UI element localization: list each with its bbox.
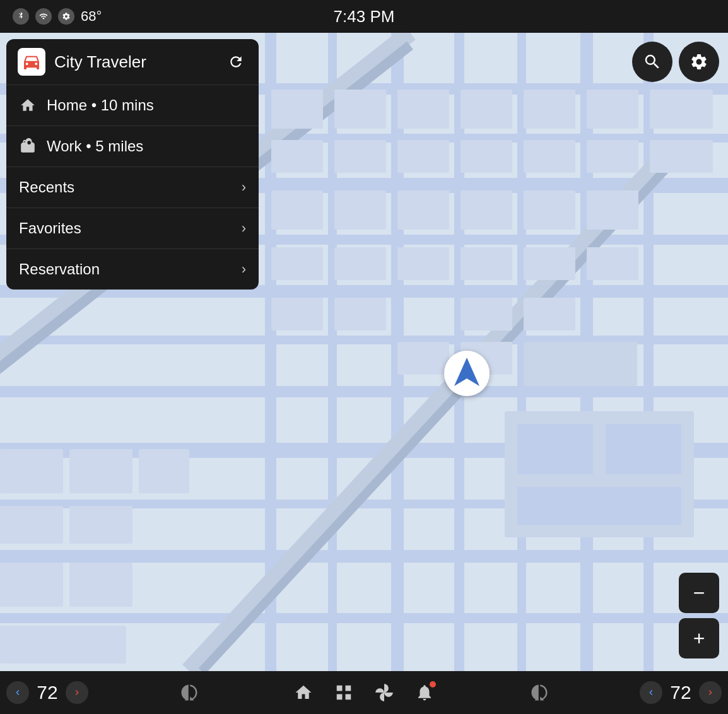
svg-rect-34 [524, 140, 575, 173]
svg-rect-37 [271, 190, 323, 230]
svg-rect-53 [397, 342, 449, 375]
svg-rect-64 [69, 506, 132, 544]
right-heat-icon[interactable] [525, 679, 553, 706]
nav-header: City Traveler [6, 39, 259, 85]
left-temp-control: 72 [6, 681, 88, 704]
svg-rect-36 [650, 140, 713, 173]
svg-rect-33 [461, 140, 512, 173]
svg-rect-48 [587, 247, 638, 280]
svg-rect-24 [334, 90, 386, 129]
recents-arrow: › [242, 179, 246, 196]
svg-rect-40 [461, 190, 512, 230]
work-item[interactable]: Work • 5 miles [6, 126, 259, 167]
svg-rect-39 [397, 190, 449, 230]
svg-rect-67 [0, 626, 126, 664]
bluetooth-icon [13, 8, 29, 25]
signal-icon [35, 8, 52, 25]
svg-rect-44 [334, 247, 386, 280]
svg-rect-45 [397, 247, 449, 280]
reservation-arrow: › [242, 261, 246, 278]
svg-rect-43 [271, 247, 323, 280]
svg-rect-50 [334, 298, 386, 331]
svg-rect-25 [397, 90, 449, 129]
svg-rect-47 [524, 247, 575, 280]
status-time: 7:43 PM [334, 7, 395, 26]
svg-rect-42 [587, 190, 638, 230]
svg-rect-61 [69, 449, 132, 493]
left-temp-decrease-button[interactable] [6, 681, 29, 704]
right-temp-increase-button[interactable] [699, 681, 722, 704]
left-heat-icon[interactable] [175, 679, 203, 706]
svg-rect-10 [0, 550, 728, 563]
svg-rect-65 [0, 563, 63, 607]
work-icon [19, 138, 37, 155]
search-button[interactable] [632, 42, 672, 82]
svg-rect-35 [587, 140, 638, 173]
right-temperature: 72 [665, 682, 696, 703]
top-right-buttons [632, 42, 719, 82]
fan-button[interactable] [370, 679, 398, 706]
left-temperature: 72 [32, 682, 63, 703]
favorites-arrow: › [242, 220, 246, 237]
home-nav-button[interactable] [290, 679, 317, 706]
svg-rect-52 [524, 298, 575, 331]
right-temp-control: 72 [640, 681, 722, 704]
zoom-controls: − + [679, 573, 719, 658]
svg-rect-46 [461, 247, 512, 280]
svg-rect-27 [524, 90, 575, 129]
nav-panel: City Traveler Home • 10 mins Work • 5 [6, 39, 259, 290]
svg-rect-59 [517, 487, 681, 525]
status-temperature: 68° [81, 8, 102, 25]
home-icon [19, 97, 37, 114]
svg-rect-28 [587, 90, 638, 129]
svg-rect-32 [397, 140, 449, 173]
notification-button[interactable] [411, 679, 438, 706]
settings-status-icon[interactable] [58, 8, 74, 25]
reservation-item[interactable]: Reservation › [6, 249, 259, 290]
home-item[interactable]: Home • 10 mins [6, 85, 259, 126]
work-label: Work • 5 miles [47, 138, 246, 155]
svg-rect-62 [139, 449, 189, 493]
svg-rect-23 [271, 90, 323, 129]
svg-rect-29 [650, 90, 713, 129]
zoom-out-button[interactable]: − [679, 573, 719, 613]
svg-rect-26 [461, 90, 512, 129]
grid-button[interactable] [330, 679, 358, 706]
svg-rect-49 [271, 298, 323, 331]
right-temp-decrease-button[interactable] [640, 681, 662, 704]
settings-button[interactable] [679, 42, 719, 82]
refresh-button[interactable] [225, 50, 247, 73]
favorites-label: Favorites [19, 219, 232, 237]
app-title: City Traveler [54, 52, 216, 72]
svg-rect-57 [517, 424, 593, 474]
svg-rect-30 [271, 140, 323, 173]
svg-rect-58 [606, 424, 681, 474]
app-icon [18, 48, 45, 76]
svg-rect-51 [461, 298, 512, 331]
svg-rect-55 [524, 342, 637, 386]
reservation-label: Reservation [19, 260, 232, 278]
svg-rect-60 [0, 449, 63, 493]
favorites-item[interactable]: Favorites › [6, 208, 259, 249]
status-bar: 68° 7:43 PM [0, 0, 728, 33]
svg-rect-66 [69, 563, 132, 607]
svg-rect-38 [334, 190, 386, 230]
svg-rect-7 [0, 386, 728, 397]
home-label: Home • 10 mins [47, 97, 246, 114]
left-temp-increase-button[interactable] [66, 681, 88, 704]
svg-rect-31 [334, 140, 386, 173]
zoom-in-button[interactable]: + [679, 618, 719, 658]
recents-item[interactable]: Recents › [6, 167, 259, 208]
bottom-center-icons [290, 679, 438, 706]
notification-badge [430, 681, 436, 688]
recents-label: Recents [19, 178, 232, 196]
svg-rect-41 [524, 190, 575, 230]
svg-rect-63 [0, 506, 63, 544]
map-area: City Traveler Home • 10 mins Work • 5 [0, 33, 728, 671]
svg-rect-11 [0, 613, 728, 623]
bottom-bar: 72 [0, 671, 728, 714]
